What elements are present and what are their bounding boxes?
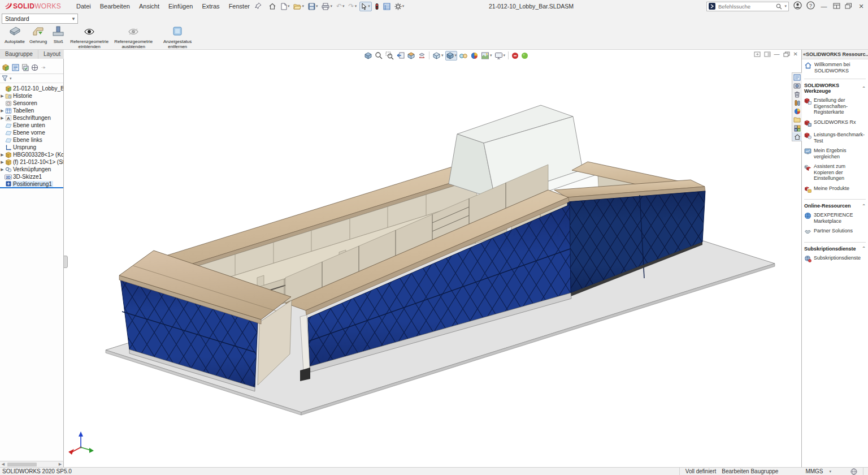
dropdown-caret[interactable]: ▾ (330, 4, 332, 8)
section-subskriptionsdienste[interactable]: Subskriptionsdienste ⌃ (802, 243, 868, 253)
file-explorer-icon[interactable] (792, 115, 802, 124)
user-profile-icon[interactable] (793, 1, 802, 12)
section-online-ressourcen[interactable]: Online-Ressourcen ⌃ (802, 200, 868, 210)
units-dropdown-caret[interactable]: ▾ (829, 469, 831, 474)
dropdown-caret[interactable]: ▾ (504, 53, 506, 58)
autoplatte-button[interactable]: Autoplatte (3, 25, 27, 45)
menu-einfuegen[interactable]: Einfügen (164, 2, 197, 11)
tree-item-21-012-10[interactable]: ▶ (f) 21-012-10<1> (Standar (0, 158, 63, 166)
welcome-item[interactable]: Willkommen bei SOLIDWORKS (802, 59, 868, 75)
design-library-icon[interactable] (792, 124, 802, 132)
display-style-icon[interactable]: ▾ (445, 51, 458, 61)
expand-arrow-icon[interactable]: ▶ (0, 94, 5, 98)
tree-item-3d-skizze1[interactable]: 3D 3D-Skizze1 (0, 173, 63, 180)
expand-arrow-icon[interactable]: ▶ (0, 116, 5, 120)
restore-icon[interactable] (845, 1, 852, 11)
open-icon[interactable]: ▾ (292, 2, 305, 11)
home-icon[interactable] (267, 2, 277, 11)
dropdown-caret[interactable]: ▾ (455, 53, 457, 58)
expand-arrow-icon[interactable]: ▶ (0, 167, 5, 172)
tree-filter[interactable]: ▾ (0, 74, 63, 83)
print-icon[interactable]: ▾ (320, 2, 333, 11)
tree-root-assembly[interactable]: 21-012-10_Lobby_Bar (Standar (0, 85, 63, 92)
record-indicator-icon[interactable] (511, 51, 519, 60)
expand-arrow-icon[interactable]: ▶ (0, 109, 5, 113)
anzeigestatus-entfernen-button[interactable]: Anzeigestatus entfernen (156, 25, 199, 50)
item-partner-solutions[interactable]: Partner Solutions (802, 226, 868, 239)
dropdown-caret[interactable]: ▾ (368, 4, 370, 8)
xpress-tools-icon[interactable] (374, 2, 380, 11)
status-indicator-icon[interactable] (520, 51, 529, 60)
tree-item-historie[interactable]: ▶ Historie (0, 92, 63, 100)
options-gear-icon[interactable]: ▾ (393, 2, 406, 11)
feature-tree-tab-icon[interactable] (2, 64, 10, 71)
tree-item-ebene-vorne[interactable]: Ebene vorne (0, 129, 63, 136)
tabs-overflow-icon[interactable]: ·» (41, 65, 45, 70)
dropdown-caret[interactable]: ▾ (441, 53, 444, 58)
view-orientation-icon[interactable]: ▾ (432, 51, 444, 61)
tree-horizontal-scrollbar[interactable]: ◀ ▶ (0, 461, 64, 467)
hide-show-items-icon[interactable] (458, 51, 468, 61)
dropdown-caret[interactable]: ▾ (316, 4, 318, 8)
dropdown-caret[interactable]: ▾ (784, 4, 787, 8)
property-manager-tab-icon[interactable] (12, 64, 19, 71)
tree-item-beschriftungen[interactable]: ▶ A Beschriftungen (0, 114, 63, 122)
item-solidworks-rx[interactable]: SOLIDWORKS Rx (802, 117, 868, 130)
search-icon[interactable] (776, 3, 782, 10)
viewport-minimize-icon[interactable]: — (774, 51, 780, 57)
tree-item-ebene-unten[interactable]: Ebene unten (0, 122, 63, 129)
custom-tools-icon[interactable] (792, 98, 802, 107)
apply-scene-icon[interactable]: ▾ (480, 51, 493, 61)
expand-arrow-icon[interactable]: ▶ (0, 160, 5, 165)
tree-item-positionierung1[interactable]: Positionierung1 (0, 180, 63, 188)
expand-arrow-icon[interactable]: ▶ (0, 153, 5, 157)
minimize-icon[interactable]: — (819, 3, 828, 10)
new-document-icon[interactable]: ▾ (279, 2, 291, 11)
zoom-fit-icon[interactable] (363, 51, 373, 61)
tree-item-ursprung[interactable]: Ursprung (0, 144, 63, 151)
maximize-icon[interactable] (833, 1, 840, 11)
menu-fenster[interactable]: Fenster (225, 2, 254, 11)
view-palette-icon[interactable] (792, 81, 802, 90)
zoom-selection-icon[interactable] (385, 51, 394, 61)
item-3dexperience-marketplace[interactable]: 3DEXPERIENCE Marketplace (802, 210, 868, 226)
referenzgeometrie-einblenden-button[interactable]: Referenzgeometrie einblenden (68, 25, 111, 50)
dropdown-caret[interactable]: ▾ (10, 76, 12, 81)
edit-appearance-icon[interactable] (470, 51, 479, 61)
configuration-manager-tab-icon[interactable] (21, 64, 29, 71)
tree-item-verknuepfungen[interactable]: ▶ Verknüpfungen (0, 166, 63, 173)
configuration-combo[interactable]: Standard ▼ (2, 14, 78, 24)
appearances-scenes-icon[interactable] (792, 107, 802, 115)
item-leistungs-benchmark[interactable]: Leistungs-Benchmark-Test (802, 129, 868, 145)
tab-baugruppe[interactable]: Baugruppe (0, 50, 38, 59)
zoom-area-icon[interactable] (374, 51, 384, 61)
dropdown-caret[interactable]: ▾ (288, 4, 290, 8)
dimxpert-manager-tab-icon[interactable] (31, 64, 38, 71)
solidworks-resources-icon[interactable] (792, 132, 802, 141)
chevron-down-icon[interactable]: ▼ (71, 16, 76, 21)
tree-item-ebene-links[interactable]: Ebene links (0, 136, 63, 144)
item-mein-ergebnis[interactable]: Mein Ergebnis vergleichen (802, 145, 868, 161)
dropdown-caret[interactable]: ▾ (302, 4, 304, 8)
section-solidworks-werkzeuge[interactable]: SOLIDWORKS Werkzeuge ⌃ (802, 79, 868, 95)
menu-datei[interactable]: Datei (72, 2, 95, 11)
view-settings-icon[interactable]: ▾ (494, 51, 506, 61)
help-icon[interactable]: ? (806, 1, 815, 12)
search-input[interactable] (717, 3, 774, 10)
section-view-icon[interactable] (406, 51, 416, 61)
dropdown-caret[interactable]: ▾ (490, 53, 492, 58)
dock-pane-icon[interactable] (754, 51, 761, 57)
dock-pane-2-icon[interactable] (764, 51, 771, 57)
menu-bearbeiten[interactable]: Bearbeiten (96, 2, 134, 11)
dropdown-caret[interactable]: ▾ (402, 4, 405, 8)
status-units[interactable]: MMGS (805, 468, 823, 474)
command-search[interactable]: ▾ (706, 2, 789, 11)
menu-extras[interactable]: Extras (198, 2, 223, 11)
select-cursor-icon[interactable]: ▾ (359, 2, 372, 11)
recycle-bin-icon[interactable] (792, 90, 802, 98)
scrollbar-thumb[interactable] (7, 463, 37, 467)
status-globe-icon[interactable] (850, 468, 857, 475)
previous-view-icon[interactable] (396, 51, 405, 61)
panel-splitter-handle[interactable] (64, 256, 68, 268)
viewport-close-icon[interactable]: ✕ (793, 51, 798, 57)
